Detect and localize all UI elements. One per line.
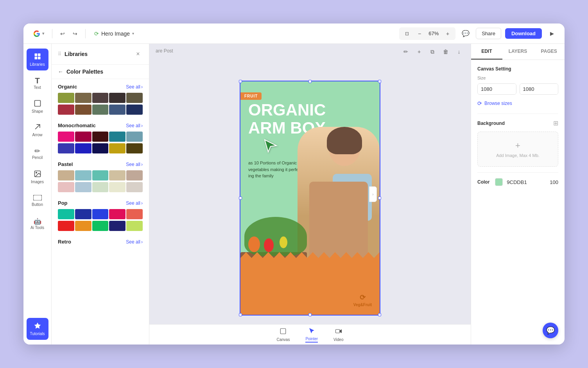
delete-canvas-icon[interactable]: 🗑 (440, 46, 451, 57)
color-swatch[interactable] (126, 132, 143, 142)
background-section-header: Background ⊞ (477, 119, 558, 127)
color-swatch[interactable] (58, 105, 74, 115)
color-swatch[interactable] (58, 209, 74, 219)
color-swatch[interactable] (92, 105, 109, 115)
panel-close-button[interactable]: × (133, 49, 143, 59)
pastel-see-all[interactable]: See all › (126, 162, 143, 167)
color-swatch[interactable] (109, 132, 125, 142)
color-swatch[interactable] (126, 221, 143, 231)
color-swatch[interactable] (58, 170, 74, 180)
handle-mid-right[interactable] (378, 197, 381, 200)
color-swatch[interactable] (58, 93, 74, 103)
color-swatch[interactable] (109, 105, 125, 115)
color-swatch[interactable] (109, 93, 125, 103)
height-input[interactable] (520, 84, 559, 94)
retro-see-all[interactable]: See all › (126, 239, 143, 245)
canvas-area[interactable]: are Post ✏ + ⧉ 🗑 ↓ FRUIT ORGANICARM BOX (149, 44, 471, 345)
canvas-tools: ✏ + ⧉ 🗑 ↓ (400, 46, 464, 57)
color-swatch[interactable] (109, 143, 125, 153)
play-button[interactable]: ▶ (546, 27, 558, 40)
comment-button[interactable]: 💬 (459, 27, 472, 40)
edit-canvas-icon[interactable]: ✏ (400, 46, 411, 57)
color-swatch[interactable] (92, 170, 109, 180)
color-preview[interactable] (495, 178, 503, 186)
zoom-fit-button[interactable]: ⊡ (402, 28, 412, 39)
undo-button[interactable]: ↩ (57, 28, 68, 39)
color-swatch[interactable] (126, 105, 143, 115)
google-menu-button[interactable]: ▾ (30, 28, 47, 39)
download-canvas-icon[interactable]: ↓ (454, 46, 464, 57)
color-swatch[interactable] (75, 132, 91, 142)
mono-see-all[interactable]: See all › (126, 123, 143, 128)
color-swatch[interactable] (126, 209, 143, 219)
handle-bottom-right[interactable] (378, 313, 381, 316)
color-swatch[interactable] (75, 93, 91, 103)
color-swatch[interactable] (92, 93, 109, 103)
color-swatch[interactable] (92, 143, 109, 153)
color-swatch[interactable] (109, 221, 125, 231)
color-swatch[interactable] (92, 182, 109, 192)
tab-layers[interactable]: LAYERS (502, 44, 534, 60)
mono-palette (58, 132, 143, 153)
browse-sizes-button[interactable]: ⟳ Browse sizes (477, 99, 512, 108)
color-swatch[interactable] (92, 221, 109, 231)
tab-edit[interactable]: EDIT (471, 44, 502, 60)
tutorials-icon (34, 322, 41, 331)
sidebar-item-shape[interactable]: Shape (27, 96, 48, 117)
organic-see-all[interactable]: See all › (126, 84, 143, 90)
handle-top-mid[interactable] (308, 80, 312, 83)
color-swatch[interactable] (58, 182, 74, 192)
color-swatch[interactable] (75, 105, 91, 115)
color-swatch[interactable] (75, 170, 91, 180)
collapse-right-panel[interactable]: › (369, 186, 377, 202)
sidebar-item-arrow[interactable]: Arrow (27, 119, 48, 141)
handle-top-right[interactable] (378, 80, 381, 83)
color-swatch[interactable] (109, 170, 125, 180)
add-canvas-icon[interactable]: + (414, 46, 425, 57)
width-input[interactable] (478, 84, 516, 94)
zoom-in-button[interactable]: + (442, 28, 453, 39)
sidebar-item-button[interactable]: Button (27, 189, 48, 211)
color-swatch[interactable] (126, 143, 143, 153)
file-name-button[interactable]: ⟳ Hero Image ▾ (90, 29, 138, 38)
handle-bottom-left[interactable] (239, 313, 242, 316)
handle-mid-left[interactable] (239, 197, 242, 200)
color-swatch[interactable] (75, 221, 91, 231)
color-swatch[interactable] (109, 209, 125, 219)
download-button[interactable]: Download (505, 28, 542, 39)
color-swatch[interactable] (92, 132, 109, 142)
color-swatch[interactable] (92, 209, 109, 219)
color-swatch[interactable] (58, 143, 74, 153)
design-canvas[interactable]: FRUIT ORGANICARM BOX as 10 Portions of O… (240, 81, 380, 316)
sidebar-item-pencil[interactable]: ✏ Pencil (27, 143, 48, 164)
sidebar-item-ai-tools[interactable]: 🤖 Ai Tools (27, 213, 48, 235)
color-swatch[interactable] (126, 93, 143, 103)
canvas-tool-button[interactable]: Canvas (277, 328, 290, 342)
pop-see-all[interactable]: See all › (126, 200, 143, 206)
copy-canvas-icon[interactable]: ⧉ (427, 46, 438, 57)
sidebar-item-tutorials[interactable]: Tutorials (27, 318, 48, 340)
color-swatch[interactable] (58, 221, 74, 231)
color-swatch[interactable] (126, 170, 143, 180)
tab-pages[interactable]: PAGES (533, 44, 565, 60)
chat-bubble-button[interactable]: 💬 (543, 323, 558, 338)
bg-upload-area[interactable]: + Add Image, Max 4 Mb. (477, 132, 558, 167)
color-swatch[interactable] (75, 143, 91, 153)
zoom-out-button[interactable]: − (414, 28, 425, 39)
color-swatch[interactable] (75, 209, 91, 219)
sidebar-item-text[interactable]: T Text (27, 72, 48, 94)
pointer-tool-button[interactable]: Pointer (305, 327, 318, 343)
sidebar-item-images[interactable]: Images (27, 166, 48, 188)
color-swatch[interactable] (58, 132, 74, 142)
share-button[interactable]: Share (476, 28, 501, 39)
handle-bottom-mid[interactable] (308, 313, 312, 316)
redo-button[interactable]: ↪ (70, 28, 81, 39)
sidebar-item-libraries[interactable]: Libraries (27, 49, 48, 70)
back-row[interactable]: ← Color Palettes (52, 65, 149, 79)
video-tool-button[interactable]: Video (333, 328, 343, 342)
svg-rect-12 (335, 329, 340, 333)
handle-top-left[interactable] (239, 80, 242, 83)
color-swatch[interactable] (126, 182, 143, 192)
color-swatch[interactable] (75, 182, 91, 192)
color-swatch[interactable] (109, 182, 125, 192)
